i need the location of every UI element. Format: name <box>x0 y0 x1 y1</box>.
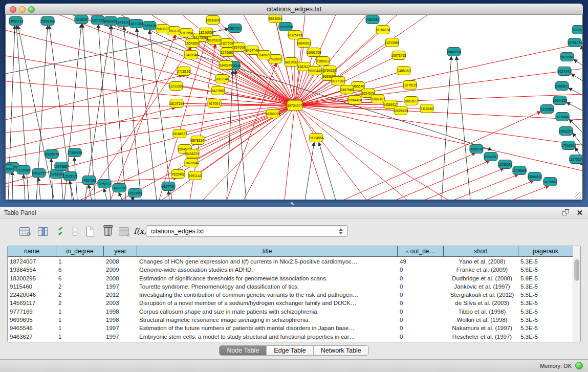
table-settings-icon[interactable]: ⚙ <box>17 225 32 238</box>
graph-node[interactable]: 8822037 <box>285 58 298 67</box>
graph-node[interactable]: 16033809 <box>206 16 221 25</box>
graph-node[interactable]: 8454749 <box>246 46 259 55</box>
graph-node[interactable]: 10975887 <box>54 162 69 171</box>
graph-node[interactable]: 9777169 <box>332 77 345 85</box>
graph-node[interactable]: 9146821 <box>257 51 271 59</box>
graph-node[interactable]: 8466160 <box>104 17 117 26</box>
table-row[interactable]: 977716911998Corpus callosum shape and si… <box>8 308 573 316</box>
graph-node[interactable]: 7485063 <box>397 67 410 75</box>
column-header-in_degree[interactable]: in_degree <box>56 246 104 257</box>
graph-node[interactable]: 13094502 <box>528 172 542 181</box>
graph-node[interactable]: 10958107 <box>97 180 112 188</box>
graph-node[interactable]: 2718126 <box>177 67 190 76</box>
graph-node[interactable]: 7625402 <box>171 170 185 179</box>
graph-node[interactable]: 3175685 <box>221 48 234 57</box>
graph-node[interactable]: 17016504 <box>561 141 576 150</box>
graph-node[interactable]: 16961758 <box>307 48 321 57</box>
graph-node[interactable]: 8186328 <box>208 36 221 45</box>
table-select-dropdown[interactable]: citations_edges.txt <box>146 225 348 237</box>
graph-node[interactable]: 9463627 <box>405 97 418 105</box>
graph-node[interactable]: 917004 <box>208 99 221 108</box>
graph-node[interactable]: 15166827 <box>172 129 187 138</box>
graph-node[interactable]: 16648784 <box>447 48 462 56</box>
graph-node[interactable]: 9115460 <box>420 104 433 113</box>
graph-node[interactable]: 9485779 <box>470 145 483 154</box>
table-row[interactable]: 946362711997Embryonic stem cells: a mode… <box>8 333 573 341</box>
graph-node[interactable]: 20564486 <box>347 96 362 104</box>
graph-node[interactable]: 9990448 <box>309 67 322 75</box>
graph-node[interactable]: 18226058 <box>199 28 214 37</box>
close-panel-icon[interactable]: ✕ <box>576 208 583 217</box>
graph-node[interactable]: 9857791 <box>162 182 175 191</box>
column-header-pagerank[interactable]: pagerank <box>518 246 573 257</box>
delete-column-icon[interactable] <box>100 225 115 238</box>
graph-node[interactable]: 8813054 <box>269 15 282 23</box>
graph-node[interactable]: 19218596 <box>278 23 293 31</box>
graph-node[interactable]: 7663822 <box>156 25 169 33</box>
graph-node[interactable]: 12213967 <box>385 38 400 47</box>
graph-node[interactable]: 9327508 <box>220 39 233 48</box>
graph-node[interactable]: 12213393 <box>169 82 184 91</box>
tab-edge-table[interactable]: Edge Table <box>267 346 313 355</box>
row-stack-icon[interactable] <box>68 225 82 238</box>
graph-node[interactable]: 12444139 <box>553 96 568 105</box>
new-column-icon[interactable] <box>83 225 97 238</box>
graph-node[interactable]: 20691406 <box>40 17 55 26</box>
graph-node[interactable]: 10655287 <box>74 15 89 24</box>
graph-node[interactable]: 1527862 <box>91 16 104 25</box>
graph-node[interactable]: 12093872 <box>555 82 570 91</box>
graph-node[interactable]: 7515526 <box>143 21 156 30</box>
graph-node[interactable]: 1117534 <box>572 26 582 34</box>
graph-node[interactable]: 1691144 <box>188 171 202 180</box>
graph-node[interactable]: 2087682 <box>366 15 379 24</box>
table-row[interactable]: 969969511998Structural magnetic resonanc… <box>8 316 573 324</box>
graph-node[interactable]: 11032506 <box>498 160 513 169</box>
table-row[interactable]: 2242004622012Investigating the contribut… <box>8 291 573 299</box>
column-header-year[interactable]: year <box>104 246 137 257</box>
function-builder-icon[interactable]: f(x) <box>133 225 147 238</box>
graph-node[interactable]: 18107554 <box>169 99 184 108</box>
graph-node[interactable]: 7955812 <box>316 57 330 65</box>
table-row[interactable]: 1830029562008Estimation of significance … <box>8 274 573 282</box>
select-columns-icon[interactable] <box>36 225 50 238</box>
graph-node[interactable]: 19384554 <box>309 134 324 142</box>
graph-node[interactable]: 16782759 <box>112 184 127 192</box>
table-row[interactable]: 911546021997Tourette syndrome. Phenomeno… <box>8 282 573 291</box>
graph-node[interactable]: 20206576 <box>45 150 59 159</box>
graph-node[interactable]: 5912954 <box>180 29 193 37</box>
graph-node[interactable]: 18724007 <box>287 100 302 111</box>
graph-node[interactable]: 12923468 <box>128 189 143 198</box>
graph-node[interactable]: 1115680 <box>17 166 30 174</box>
graph-node[interactable]: 10807487 <box>371 95 385 103</box>
graph-node[interactable]: 18325419 <box>288 31 302 39</box>
graph-node[interactable]: 11451904 <box>50 170 64 179</box>
network-canvas-svg[interactable]: 2405572420691406106552871527862846616010… <box>6 15 582 200</box>
graph-node[interactable]: 14671355 <box>129 19 144 28</box>
graph-node[interactable]: 17359928 <box>68 148 82 157</box>
graph-node[interactable]: 15751074 <box>568 38 582 47</box>
graph-node[interactable]: 6497568 <box>340 85 354 94</box>
graph-node[interactable]: 16210643 <box>555 113 570 121</box>
graph-node[interactable]: 10242557 <box>484 152 498 161</box>
graph-node[interactable]: 9227343 <box>558 67 571 76</box>
graph-node[interactable]: 7857224 <box>228 24 242 33</box>
tab-node-table[interactable]: Node Table <box>220 346 267 355</box>
graph-node[interactable]: 10409944 <box>184 159 199 167</box>
column-header-out_de[interactable]: ▵ out_de… <box>398 246 444 257</box>
graph-node[interactable]: 12042757 <box>32 169 47 178</box>
table-row[interactable]: 1938455462009Genome-wide association stu… <box>8 266 573 274</box>
graph-node[interactable]: 22420046 <box>184 51 199 59</box>
graph-node[interactable]: 12975115 <box>403 81 418 90</box>
graph-node[interactable]: 2803144 <box>215 75 229 83</box>
float-panel-icon[interactable] <box>562 209 570 216</box>
graph-node[interactable]: 14230567 <box>543 178 558 186</box>
column-header-name[interactable]: name <box>8 246 56 257</box>
network-canvas[interactable]: 2405572420691406106552871527862846616010… <box>5 15 583 200</box>
graph-node[interactable]: 11675309 <box>569 155 582 164</box>
scrollbar-thumb[interactable] <box>574 259 579 281</box>
graph-node[interactable]: 8878334 <box>191 136 204 145</box>
graph-node[interactable]: 9529966 <box>560 53 574 61</box>
graph-node[interactable]: 10973493 <box>391 51 406 60</box>
graph-node[interactable]: 12505135 <box>63 172 78 181</box>
graph-node[interactable]: 9498223 <box>186 149 199 158</box>
